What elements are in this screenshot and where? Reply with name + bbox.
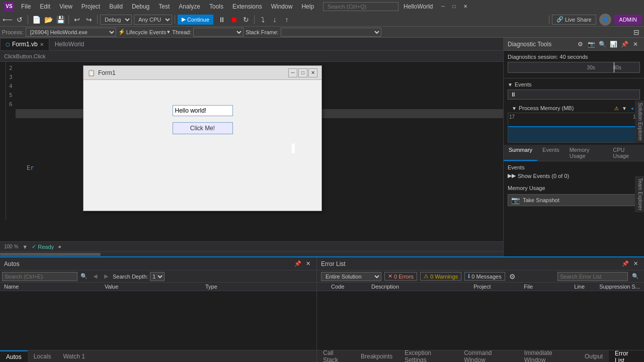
- form1-minimize-btn[interactable]: ─: [288, 68, 297, 77]
- form1-titlebar[interactable]: 📋 Form1 ─ □ ✕: [84, 66, 321, 80]
- menu-search-input[interactable]: [323, 2, 398, 11]
- toolbar-back[interactable]: ⟵: [2, 14, 13, 25]
- toolbar-refresh[interactable]: ↺: [14, 14, 25, 25]
- h-scrollbar[interactable]: [0, 251, 503, 256]
- autos-nav-forward[interactable]: ▶: [102, 272, 111, 281]
- bottom-area: Autos 📌 ✕ 🔍 ◀ ▶ Search Depth: 1 Name: [0, 256, 644, 362]
- menu-build[interactable]: Build: [105, 2, 127, 11]
- tab-exception-settings[interactable]: Exception Settings: [398, 350, 458, 362]
- filter-btn[interactable]: ⊟: [631, 27, 642, 38]
- tab-form1-close[interactable]: ✕: [40, 42, 44, 47]
- debug-config-select[interactable]: Debug: [100, 15, 132, 25]
- toolbar-restart[interactable]: ↻: [240, 14, 252, 25]
- menu-debug[interactable]: Debug: [128, 2, 153, 11]
- tab-helloworld[interactable]: HelloWorld: [49, 38, 90, 50]
- autos-nav-back[interactable]: ◀: [91, 272, 100, 281]
- toolbar-step-in[interactable]: ↓: [269, 14, 280, 25]
- form1-close-btn[interactable]: ✕: [308, 68, 317, 77]
- toolbar-new[interactable]: 📄: [31, 14, 42, 25]
- warnings-badge[interactable]: ⚠ 0 Warnings: [420, 272, 461, 281]
- collapse-arrow-mem[interactable]: ▼: [512, 106, 517, 111]
- thread-select[interactable]: [193, 28, 244, 37]
- diag-search-icon[interactable]: 🔍: [598, 40, 607, 49]
- form1-maximize-btn[interactable]: □: [298, 68, 307, 77]
- maximize-button[interactable]: □: [449, 2, 459, 12]
- diag-tab-cpu[interactable]: CPU Usage: [608, 145, 644, 161]
- autos-close-icon[interactable]: ✕: [303, 259, 312, 268]
- continue-button[interactable]: ▶ Continue: [178, 15, 213, 25]
- diag-camera-icon[interactable]: 📷: [587, 40, 596, 49]
- autos-search-btn[interactable]: 🔍: [79, 272, 89, 281]
- pause-icon[interactable]: ⏸: [510, 91, 516, 98]
- menu-help[interactable]: Help: [297, 2, 318, 11]
- errors-badge[interactable]: ✕ 0 Errors: [384, 272, 417, 281]
- tab-helloworld-label: HelloWorld: [55, 41, 84, 48]
- messages-badge[interactable]: ℹ 0 Messages: [464, 272, 505, 281]
- take-snapshot-btn[interactable]: 📷 Take Snapshot: [508, 194, 640, 206]
- toolbar-step-over[interactable]: ⤵: [257, 14, 268, 25]
- diag-tab-events[interactable]: Events: [537, 145, 565, 161]
- toolbar-redo[interactable]: ↪: [84, 14, 95, 25]
- show-events-btn[interactable]: ▶▶ Show Events (0 of 0): [508, 171, 640, 180]
- autos-search-input[interactable]: [2, 272, 77, 281]
- click-me-button[interactable]: Click Me!: [173, 122, 233, 134]
- diag-settings-icon[interactable]: ⚙: [576, 40, 585, 49]
- process-select[interactable]: [26904] HelloWorld.exe: [26, 28, 116, 37]
- tab-immediate-window[interactable]: Immediate Window: [518, 350, 579, 362]
- stack-frame-select[interactable]: [281, 28, 381, 37]
- mem-down-icon[interactable]: ▼: [621, 105, 628, 112]
- toolbar-save[interactable]: 💾: [55, 14, 66, 25]
- error-close-icon[interactable]: ✕: [631, 259, 640, 268]
- toolbar-stop[interactable]: ⏹: [228, 14, 239, 25]
- tab-autos[interactable]: Autos: [0, 350, 28, 363]
- events-collapse[interactable]: ▼ Events ⏸: [504, 78, 644, 102]
- lifecycle-btn[interactable]: ⚡ Lifecycle Events ▾: [118, 29, 170, 35]
- menu-tools[interactable]: Tools: [205, 2, 227, 11]
- tab-output[interactable]: Output: [579, 351, 609, 362]
- toolbar-undo[interactable]: ↩: [71, 14, 83, 25]
- live-share-button[interactable]: 🔗 Live Share: [552, 15, 596, 25]
- toolbar-pause[interactable]: ⏸: [216, 14, 227, 25]
- diag-tab-memory[interactable]: Memory Usage: [565, 145, 608, 161]
- settings-icon[interactable]: ⚙: [508, 272, 517, 281]
- tab-form1[interactable]: ⬡ Form1.vb ✕: [0, 38, 49, 50]
- diag-tab-summary[interactable]: Summary: [504, 145, 537, 161]
- toolbar-step-out[interactable]: ↑: [281, 14, 292, 25]
- diag-close-icon[interactable]: ✕: [631, 40, 640, 49]
- error-search-btn[interactable]: 🔍: [631, 272, 640, 281]
- menu-test[interactable]: Test: [154, 2, 174, 11]
- minimize-button[interactable]: ─: [438, 2, 448, 12]
- menu-project[interactable]: Project: [77, 2, 104, 11]
- team-explorer-tab[interactable]: Team Explorer: [635, 176, 644, 212]
- diag-pin-icon[interactable]: 📌: [620, 40, 629, 49]
- search-depth-label: Search Depth:: [113, 274, 148, 280]
- hello-world-textbox[interactable]: [173, 105, 233, 116]
- toolbar-open[interactable]: 📂: [43, 14, 54, 25]
- diag-chart-icon[interactable]: 📊: [609, 40, 618, 49]
- error-search-input[interactable]: [557, 272, 628, 281]
- show-events-label: Show Events (0 of 0): [518, 173, 569, 179]
- vs-logo[interactable]: VS: [4, 2, 14, 12]
- admin-button[interactable]: ADMIN: [614, 15, 642, 25]
- menu-extensions[interactable]: Extensions: [228, 2, 266, 11]
- menu-file[interactable]: File: [17, 2, 35, 11]
- tab-watch1[interactable]: Watch 1: [57, 351, 91, 362]
- platform-select[interactable]: Any CPU: [134, 15, 172, 25]
- menu-analyze[interactable]: Analyze: [175, 2, 204, 11]
- solution-explorer-tab[interactable]: Solution Explorer: [635, 101, 644, 143]
- scope-select[interactable]: Entire Solution: [321, 272, 381, 281]
- menu-view[interactable]: View: [55, 2, 76, 11]
- mem-yellow-icon[interactable]: ⚠: [613, 105, 620, 112]
- user-avatar[interactable]: 👤: [599, 14, 611, 26]
- menu-window[interactable]: Window: [267, 2, 297, 11]
- search-depth-select[interactable]: 1: [150, 272, 165, 281]
- autos-pin-icon[interactable]: 📌: [293, 259, 302, 268]
- tab-locals[interactable]: Locals: [28, 351, 57, 362]
- tab-call-stack[interactable]: Call Stack: [317, 350, 355, 362]
- close-button[interactable]: ✕: [460, 2, 470, 12]
- tab-error-list[interactable]: Error List: [609, 350, 644, 362]
- menu-edit[interactable]: Edit: [36, 2, 54, 11]
- error-pin-icon[interactable]: 📌: [621, 259, 630, 268]
- tab-command-window[interactable]: Command Window: [458, 350, 518, 362]
- tab-breakpoints[interactable]: Breakpoints: [355, 351, 398, 362]
